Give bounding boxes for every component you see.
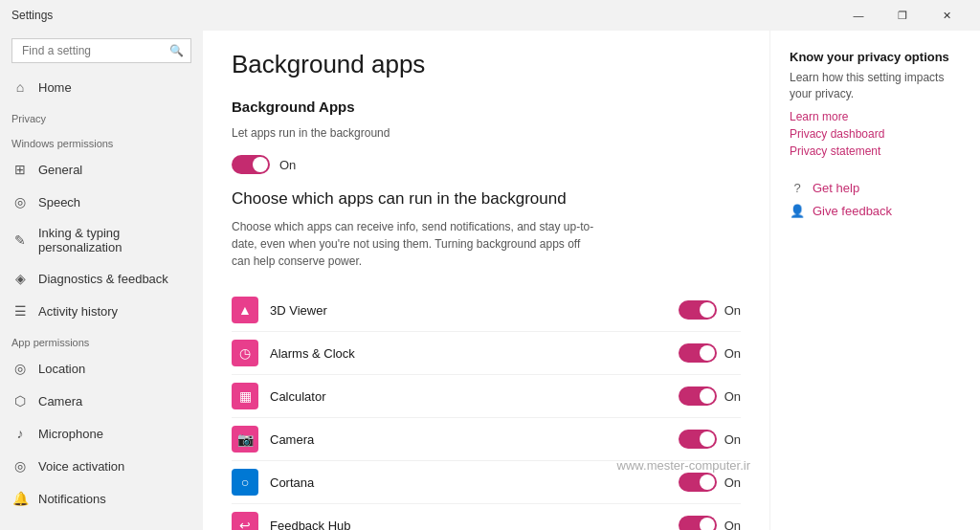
app-toggle-area: On (679, 300, 741, 320)
sidebar-item-voice[interactable]: ◎ Voice activation (0, 450, 203, 482)
sidebar-label-activity: Activity history (38, 304, 118, 319)
inking-icon: ✎ (11, 232, 29, 249)
main-layout: 🔍 ⌂ Home Privacy Windows permissions ⊞ G… (0, 31, 980, 530)
background-toggle[interactable] (232, 155, 270, 174)
get-help-item[interactable]: ? Get help (790, 181, 961, 196)
app-toggle[interactable] (679, 343, 717, 363)
sidebar-item-microphone[interactable]: ♪ Microphone (0, 417, 203, 450)
search-icon: 🔍 (169, 44, 184, 57)
app-name: Calculator (270, 389, 667, 404)
microphone-icon: ♪ (11, 425, 29, 442)
app-row: ○CortanaOn (232, 461, 741, 504)
sidebar: 🔍 ⌂ Home Privacy Windows permissions ⊞ G… (0, 31, 203, 530)
sidebar-label-speech: Speech (38, 195, 80, 210)
app-name: 3D Viewer (270, 303, 667, 318)
app-list: ▲3D ViewerOn◷Alarms & ClockOn▦Calculator… (232, 289, 741, 530)
background-toggle-label: On (279, 158, 296, 172)
titlebar-title: Settings (11, 9, 53, 22)
app-toggle-label: On (724, 432, 741, 447)
sidebar-label-home: Home (38, 80, 72, 95)
titlebar: Settings — ❐ ✕ (0, 0, 980, 31)
give-feedback-item[interactable]: 👤 Give feedback (790, 204, 961, 219)
sidebar-label-location: Location (38, 362, 85, 376)
sidebar-item-diagnostics[interactable]: ◈ Diagnostics & feedback (0, 262, 203, 295)
section-title: Background Apps (232, 99, 741, 115)
search-input[interactable] (11, 38, 191, 63)
choose-description: Choose which apps can receive info, send… (232, 218, 595, 270)
app-icon: ◷ (232, 340, 258, 366)
voice-icon: ◎ (11, 457, 29, 475)
privacy-statement-link[interactable]: Privacy statement (790, 144, 961, 158)
close-button[interactable]: ✕ (924, 0, 969, 31)
app-name: Alarms & Clock (270, 346, 667, 361)
diagnostics-icon: ◈ (11, 270, 29, 287)
app-toggle-label: On (724, 346, 741, 361)
app-toggle-area: On (679, 516, 741, 530)
app-toggle-area: On (679, 430, 741, 449)
app-permissions-label: App permissions (0, 327, 203, 352)
app-row: ▦CalculatorOn (232, 375, 741, 418)
privacy-box-desc: Learn how this setting impacts your priv… (790, 70, 961, 102)
app-row: 📷CameraOn (232, 418, 741, 461)
background-toggle-row: Let apps run in the background (232, 126, 741, 140)
app-toggle-label: On (724, 519, 741, 531)
app-icon: ▲ (232, 297, 258, 323)
sidebar-label-notifications: Notifications (38, 492, 106, 506)
app-toggle[interactable] (679, 473, 717, 492)
main-toggle-row: On (232, 155, 741, 174)
app-toggle-area: On (679, 386, 741, 406)
app-name: Cortana (270, 475, 667, 490)
sidebar-item-general[interactable]: ⊞ General (0, 153, 203, 186)
page-title: Background apps (232, 50, 741, 79)
learn-more-link[interactable]: Learn more (790, 110, 961, 123)
give-feedback-icon: 👤 (790, 204, 805, 219)
get-help-icon: ? (790, 181, 805, 196)
app-toggle-label: On (724, 475, 741, 490)
restore-button[interactable]: ❐ (880, 0, 924, 31)
sidebar-item-location[interactable]: ◎ Location (0, 352, 203, 385)
sidebar-item-inking[interactable]: ✎ Inking & typing personalization (0, 218, 203, 262)
app-toggle-area: On (679, 343, 741, 363)
app-row: ↩Feedback HubOn (232, 504, 741, 530)
sidebar-item-speech[interactable]: ◎ Speech (0, 186, 203, 218)
app-toggle[interactable] (679, 516, 717, 530)
app-toggle-label: On (724, 303, 741, 318)
titlebar-controls: — ❐ ✕ (836, 0, 969, 31)
give-feedback-label: Give feedback (813, 204, 892, 218)
app-name: Camera (270, 432, 667, 447)
app-row: ▲3D ViewerOn (232, 289, 741, 332)
windows-permissions-label: Windows permissions (0, 128, 203, 153)
location-icon: ◎ (11, 360, 29, 377)
privacy-section-label: Privacy (0, 103, 203, 128)
app-icon: ↩ (232, 512, 258, 530)
background-toggle-desc: Let apps run in the background (232, 126, 390, 140)
app-toggle-label: On (724, 389, 741, 404)
sidebar-label-camera: Camera (38, 394, 82, 409)
app-toggle[interactable] (679, 430, 717, 449)
speech-icon: ◎ (11, 193, 29, 210)
app-icon: ○ (232, 469, 258, 496)
app-toggle[interactable] (679, 300, 717, 320)
sidebar-label-general: General (38, 163, 82, 177)
sidebar-label-inking: Inking & typing personalization (38, 226, 191, 254)
app-row: ◷Alarms & ClockOn (232, 332, 741, 375)
app-toggle[interactable] (679, 386, 717, 406)
sidebar-item-activity[interactable]: ☰ Activity history (0, 295, 203, 327)
app-icon: ▦ (232, 383, 258, 409)
minimize-button[interactable]: — (836, 0, 880, 31)
sidebar-label-microphone: Microphone (38, 427, 103, 441)
main-content: Background apps Background Apps Let apps… (203, 31, 769, 530)
right-panel: Know your privacy options Learn how this… (769, 31, 980, 530)
sidebar-item-notifications[interactable]: 🔔 Notifications (0, 482, 203, 515)
help-section: ? Get help 👤 Give feedback (790, 181, 961, 219)
privacy-dashboard-link[interactable]: Privacy dashboard (790, 127, 961, 141)
content-wrapper: Background apps Background Apps Let apps… (203, 31, 980, 530)
sidebar-item-camera[interactable]: ⬡ Camera (0, 385, 203, 417)
sidebar-label-voice: Voice activation (38, 459, 124, 474)
app-icon: 📷 (232, 426, 258, 453)
app-toggle-area: On (679, 473, 741, 492)
camera-icon: ⬡ (11, 392, 29, 409)
get-help-label: Get help (813, 181, 859, 195)
sidebar-item-home[interactable]: ⌂ Home (0, 71, 203, 103)
activity-icon: ☰ (11, 302, 29, 320)
